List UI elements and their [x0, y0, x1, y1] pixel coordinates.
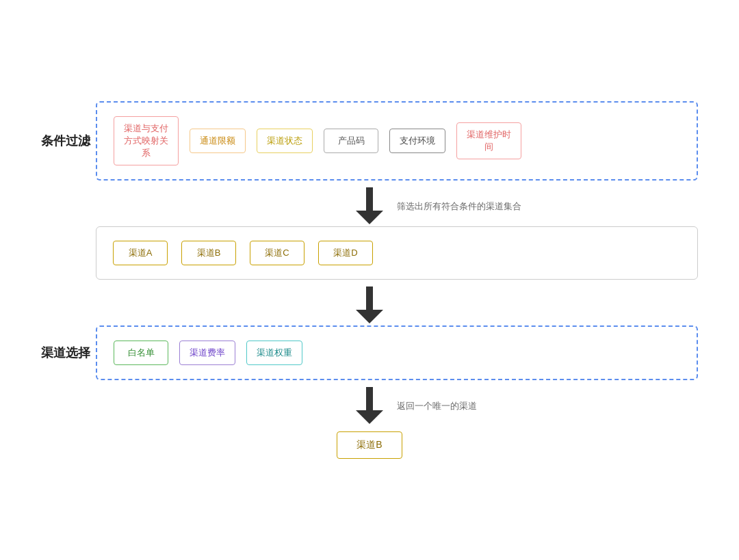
arrow1-row: 筛选出所有符合条件的渠道集合 — [130, 187, 609, 225]
filter-box: 渠道与支付 方式映射关 系 通道限额 渠道状态 产品码 支付环境 渠道维护时 间 — [96, 101, 698, 181]
svg-rect-4 — [366, 387, 373, 412]
svg-rect-0 — [366, 187, 373, 212]
selection-box: 白名单 渠道费率 渠道权重 — [96, 325, 698, 380]
chip-fee-rate: 渠道费率 — [179, 341, 235, 365]
chip-weight: 渠道权重 — [246, 341, 302, 365]
result-box: 渠道B — [337, 431, 402, 459]
section-filter-label: 条件过滤 — [41, 133, 96, 149]
chip-whitelist: 白名单 — [114, 341, 168, 365]
channel-a: 渠道A — [113, 241, 168, 265]
arrow2-icon — [352, 286, 387, 324]
channel-d: 渠道D — [318, 241, 373, 265]
chip-product-code: 产品码 — [324, 129, 378, 153]
section-selection-label: 渠道选择 — [41, 345, 96, 361]
section-selection: 渠道选择 白名单 渠道费率 渠道权重 — [41, 325, 698, 380]
section-filter: 条件过滤 渠道与支付 方式映射关 系 通道限额 渠道状态 产品码 支付环境 渠道… — [41, 101, 698, 181]
arrow2-row — [130, 286, 609, 324]
channels-box: 渠道A 渠道B 渠道C 渠道D — [96, 226, 698, 280]
flow-diagram: 条件过滤 渠道与支付 方式映射关 系 通道限额 渠道状态 产品码 支付环境 渠道… — [41, 101, 698, 459]
svg-marker-3 — [356, 310, 383, 323]
arrow1-icon — [352, 187, 387, 225]
svg-marker-1 — [356, 211, 383, 224]
arrow3-row: 返回一个唯一的渠道 — [130, 387, 609, 425]
channel-c: 渠道C — [250, 241, 304, 265]
svg-rect-2 — [366, 286, 373, 311]
arrow3-icon — [352, 387, 387, 425]
result-channel: 渠道B — [337, 431, 402, 459]
svg-marker-5 — [356, 410, 383, 424]
chip-channel-status: 渠道状态 — [257, 129, 313, 153]
chip-pay-env: 支付环境 — [389, 129, 445, 153]
channel-b: 渠道B — [181, 241, 236, 265]
chip-channel-maintenance: 渠道维护时 间 — [456, 122, 521, 159]
chip-channel-limit: 通道限额 — [190, 129, 246, 153]
arrow1-label: 筛选出所有符合条件的渠道集合 — [397, 200, 521, 213]
chip-channel-payment-map: 渠道与支付 方式映射关 系 — [114, 116, 179, 166]
arrow3-label: 返回一个唯一的渠道 — [397, 400, 477, 412]
